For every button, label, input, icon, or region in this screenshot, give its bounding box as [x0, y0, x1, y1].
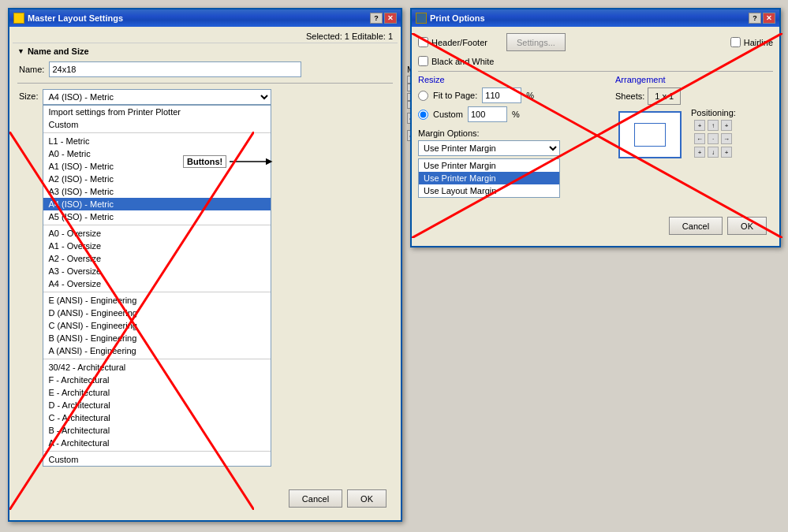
dropdown-separator [43, 132, 271, 133]
print-options-ok-btn[interactable]: OK [727, 217, 767, 235]
master-layout-close-btn[interactable]: ✕ [384, 13, 397, 24]
dropdown-item[interactable]: B - Architectural [43, 424, 271, 437]
dropdown-item[interactable]: C (ANSI) - Engineering [43, 319, 271, 332]
dropdown-item[interactable]: A0 - Oversize [43, 227, 271, 240]
pos-tl[interactable]: + [694, 120, 705, 131]
margin-option-1[interactable]: Use Printer Margin [419, 159, 559, 172]
custom-value-input[interactable] [468, 106, 507, 122]
dropdown-item[interactable]: A - Architectural [43, 437, 271, 449]
dropdown-separator [43, 451, 271, 452]
dropdown-item[interactable]: F - Architectural [43, 374, 271, 386]
custom-percent: % [512, 110, 520, 119]
dropdown-separator [43, 225, 271, 225]
master-layout-help-btn[interactable]: ? [370, 13, 383, 24]
master-layout-titlebar: Master Layout Settings ? ✕ [9, 9, 401, 27]
pos-tr[interactable]: + [721, 120, 732, 131]
dropdown-item[interactable]: L1 - Metric [43, 135, 271, 147]
print-options-body: Header/Footer Settings... Hairline Black… [412, 27, 779, 246]
dropdown-item[interactable]: C - Architectural [43, 411, 271, 424]
name-input[interactable] [49, 61, 301, 77]
master-layout-ok-btn[interactable]: OK [347, 489, 387, 508]
pos-bc[interactable]: ↓ [708, 147, 719, 158]
master-layout-title: Master Layout Settings [28, 13, 123, 23]
dropdown-item[interactable]: D - Architectural [43, 399, 271, 411]
dropdown-item[interactable]: A5 (ISO) - Metric [43, 210, 271, 223]
dropdown-item[interactable]: 30/42 - Architectural [43, 361, 271, 374]
bw-checkbox[interactable] [418, 56, 428, 66]
divider-1 [418, 71, 773, 72]
positioning-grid[interactable]: + ↑ + ← · → + ↓ + [694, 120, 736, 159]
annotation-arrow [230, 154, 277, 169]
settings-btn[interactable]: Settings... [506, 33, 566, 51]
pos-bl[interactable]: + [694, 147, 705, 158]
master-layout-icon [13, 13, 24, 24]
sheets-row: Sheets: 1 x 1 [615, 87, 773, 105]
name-size-section-header: ▼ Name and Size [13, 43, 398, 59]
dropdown-item[interactable]: A4 (ISO) - Metric [43, 198, 271, 210]
bw-label: Black and White [431, 57, 494, 66]
print-preview-inner [634, 123, 666, 147]
arrangement-label: Arrangement [615, 75, 666, 84]
dropdown-item[interactable]: A1 - Oversize [43, 240, 271, 252]
print-preview-box [618, 111, 682, 158]
pos-mr[interactable]: → [721, 133, 732, 144]
dropdown-item[interactable]: A (ANSI) - Engineering [43, 344, 271, 357]
master-layout-cancel-btn[interactable]: Cancel [289, 489, 342, 508]
print-right-col: Arrangement Sheets: 1 x 1 Positioning: +… [615, 75, 773, 165]
margin-option-3[interactable]: Use Layout Margin [419, 184, 559, 197]
print-options-help-btn[interactable]: ? [749, 13, 761, 24]
hairline-checkbox[interactable] [730, 37, 741, 47]
sheets-label: Sheets: [615, 91, 644, 101]
margin-option-2[interactable]: Use Printer Margin [419, 172, 559, 184]
master-layout-body: Selected: 1 Editable: 1 ▼ Name and Size … [9, 27, 401, 520]
margin-options-section: Margin Options: Use Printer Margin Use P… [418, 128, 609, 156]
header-footer-label: Header/Footer [431, 38, 487, 47]
resize-section: Resize [418, 75, 609, 84]
dropdown-separator [43, 292, 271, 292]
dropdown-item[interactable]: A4 - Oversize [43, 277, 271, 290]
hairline-label: Hairline [744, 38, 773, 47]
pos-br[interactable]: + [721, 147, 732, 158]
annotation-area: Buttons! [183, 154, 277, 169]
print-options-titlebar: Print Options ? ✕ [412, 9, 779, 27]
section-name-label: Name and Size [28, 47, 89, 56]
top-row: Header/Footer Settings... Hairline [418, 33, 773, 51]
dropdown-item[interactable]: Custom [43, 453, 271, 466]
fit-to-page-radio[interactable] [418, 91, 428, 101]
dropdown-item[interactable]: Import settings from Printer Plotter [43, 106, 271, 118]
margin-options-label-row: Margin Options: [418, 128, 609, 138]
print-options-close-btn[interactable]: ✕ [763, 13, 775, 24]
size-label: Size: [19, 91, 38, 101]
name-label: Name: [19, 65, 44, 74]
positioning-label: Positioning: [691, 108, 736, 117]
dropdown-item[interactable]: Custom [43, 118, 271, 131]
margin-options-select[interactable]: Use Printer Margin [418, 140, 560, 156]
dropdown-item[interactable]: A3 - Oversize [43, 265, 271, 277]
print-left-col: Resize Fit to Page: % Custom % [418, 75, 609, 165]
pos-ml[interactable]: ← [694, 133, 705, 144]
print-options-cancel-btn[interactable]: Cancel [669, 217, 723, 235]
dropdown-item[interactable]: E - Architectural [43, 386, 271, 399]
pos-tc[interactable]: ↑ [708, 120, 719, 131]
collapse-arrow[interactable]: ▼ [17, 47, 24, 55]
custom-row: Custom % [418, 106, 609, 122]
size-select[interactable]: A4 (ISO) - Metric [43, 89, 271, 105]
size-field-row: Size: A4 (ISO) - Metric Import settings … [13, 87, 398, 107]
print-options-buttons: Cancel OK [418, 212, 773, 240]
pos-mc[interactable]: · [708, 133, 719, 144]
dropdown-item[interactable]: E (ANSI) - Engineering [43, 294, 271, 307]
master-layout-buttons: Cancel OK [282, 485, 393, 512]
dropdown-item[interactable]: A3 (ISO) - Metric [43, 185, 271, 198]
dropdown-item[interactable]: A2 - Oversize [43, 252, 271, 265]
dropdown-item[interactable]: B (ANSI) - Engineering [43, 332, 271, 344]
custom-radio[interactable] [418, 110, 428, 120]
margin-options-dropdown-list[interactable]: Use Printer Margin Use Printer Margin Us… [418, 158, 560, 198]
dropdown-item[interactable]: A2 (ISO) - Metric [43, 173, 271, 185]
size-dropdown: A4 (ISO) - Metric Import settings from P… [43, 89, 271, 105]
fit-value-input[interactable] [482, 87, 521, 103]
fit-to-page-row: Fit to Page: % [418, 87, 609, 103]
header-footer-checkbox[interactable] [418, 37, 428, 47]
fit-to-page-label: Fit to Page: [433, 91, 477, 100]
dropdown-item[interactable]: D (ANSI) - Engineering [43, 307, 271, 319]
print-options-icon [416, 13, 427, 24]
